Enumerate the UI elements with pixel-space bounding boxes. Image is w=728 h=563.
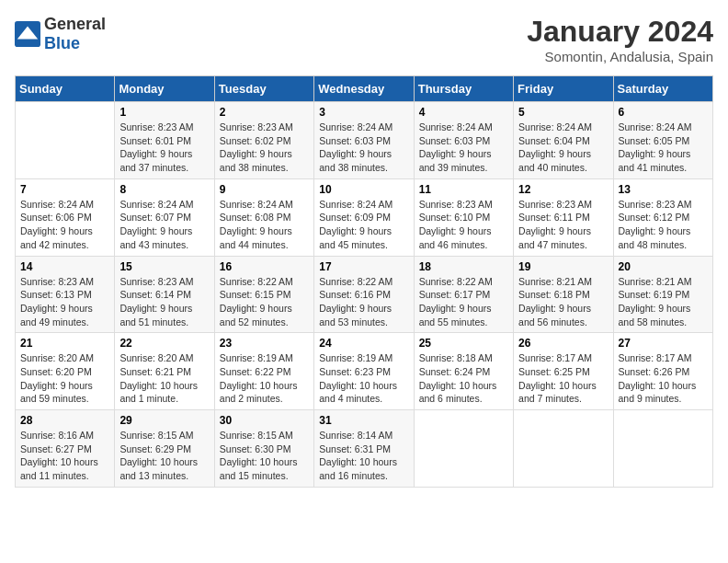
day-info: Sunrise: 8:23 AM Sunset: 6:14 PM Dayligh… <box>119 275 209 329</box>
calendar-cell: 13Sunrise: 8:23 AM Sunset: 6:12 PM Dayli… <box>613 178 712 256</box>
calendar-cell: 20Sunrise: 8:21 AM Sunset: 6:19 PM Dayli… <box>613 256 712 333</box>
day-number: 24 <box>319 337 408 350</box>
day-number: 29 <box>119 414 209 427</box>
day-number: 10 <box>319 183 408 196</box>
calendar-cell: 15Sunrise: 8:23 AM Sunset: 6:14 PM Dayli… <box>115 256 214 333</box>
calendar-cell: 24Sunrise: 8:19 AM Sunset: 6:23 PM Dayli… <box>314 333 414 410</box>
calendar-cell: 2Sunrise: 8:23 AM Sunset: 6:02 PM Daylig… <box>214 102 313 179</box>
calendar-cell: 6Sunrise: 8:24 AM Sunset: 6:05 PM Daylig… <box>613 102 712 179</box>
calendar-header-row: SundayMondayTuesdayWednesdayThursdayFrid… <box>16 76 713 102</box>
calendar-cell: 18Sunrise: 8:22 AM Sunset: 6:17 PM Dayli… <box>414 256 513 333</box>
calendar-week-3: 14Sunrise: 8:23 AM Sunset: 6:13 PM Dayli… <box>16 256 713 333</box>
header-day-sunday: Sunday <box>16 76 115 102</box>
day-number: 13 <box>619 183 708 196</box>
logo: General Blue <box>15 15 106 53</box>
calendar-cell: 25Sunrise: 8:18 AM Sunset: 6:24 PM Dayli… <box>414 333 513 410</box>
calendar-cell: 29Sunrise: 8:15 AM Sunset: 6:29 PM Dayli… <box>115 410 214 488</box>
day-number: 1 <box>119 106 209 119</box>
sub-title: Somontin, Andalusia, Spain <box>527 49 713 64</box>
calendar-cell: 30Sunrise: 8:15 AM Sunset: 6:30 PM Dayli… <box>214 410 313 488</box>
day-info: Sunrise: 8:21 AM Sunset: 6:18 PM Dayligh… <box>518 275 608 329</box>
calendar-week-5: 28Sunrise: 8:16 AM Sunset: 6:27 PM Dayli… <box>16 410 713 488</box>
day-number: 12 <box>518 183 608 196</box>
calendar-cell: 3Sunrise: 8:24 AM Sunset: 6:03 PM Daylig… <box>314 102 414 179</box>
calendar-cell <box>613 410 712 488</box>
day-info: Sunrise: 8:22 AM Sunset: 6:16 PM Dayligh… <box>319 275 408 329</box>
day-number: 4 <box>419 106 508 119</box>
calendar-cell: 28Sunrise: 8:16 AM Sunset: 6:27 PM Dayli… <box>16 410 115 488</box>
calendar-cell: 8Sunrise: 8:24 AM Sunset: 6:07 PM Daylig… <box>115 178 214 256</box>
calendar-cell <box>414 410 513 488</box>
day-number: 6 <box>619 106 708 119</box>
day-info: Sunrise: 8:24 AM Sunset: 6:04 PM Dayligh… <box>518 121 608 175</box>
day-number: 11 <box>419 183 508 196</box>
day-info: Sunrise: 8:23 AM Sunset: 6:13 PM Dayligh… <box>20 275 109 329</box>
day-info: Sunrise: 8:19 AM Sunset: 6:23 PM Dayligh… <box>319 351 408 406</box>
day-number: 19 <box>518 260 608 273</box>
calendar-cell: 21Sunrise: 8:20 AM Sunset: 6:20 PM Dayli… <box>16 333 115 410</box>
day-number: 26 <box>518 337 608 350</box>
day-number: 9 <box>220 183 309 196</box>
title-area: January 2024 Somontin, Andalusia, Spain <box>527 15 713 64</box>
day-number: 16 <box>220 260 309 273</box>
page-header: General Blue January 2024 Somontin, Anda… <box>15 15 713 64</box>
day-info: Sunrise: 8:21 AM Sunset: 6:19 PM Dayligh… <box>619 275 708 329</box>
day-info: Sunrise: 8:23 AM Sunset: 6:10 PM Dayligh… <box>419 198 508 252</box>
calendar-cell: 12Sunrise: 8:23 AM Sunset: 6:11 PM Dayli… <box>514 178 613 256</box>
day-info: Sunrise: 8:17 AM Sunset: 6:26 PM Dayligh… <box>619 351 708 406</box>
calendar-cell: 10Sunrise: 8:24 AM Sunset: 6:09 PM Dayli… <box>314 178 414 256</box>
day-info: Sunrise: 8:23 AM Sunset: 6:02 PM Dayligh… <box>220 121 309 175</box>
calendar-cell: 19Sunrise: 8:21 AM Sunset: 6:18 PM Dayli… <box>514 256 613 333</box>
day-info: Sunrise: 8:22 AM Sunset: 6:15 PM Dayligh… <box>220 275 309 329</box>
day-number: 15 <box>119 260 209 273</box>
logo-blue: Blue <box>44 34 80 52</box>
day-info: Sunrise: 8:22 AM Sunset: 6:17 PM Dayligh… <box>419 275 508 329</box>
calendar-cell: 5Sunrise: 8:24 AM Sunset: 6:04 PM Daylig… <box>514 102 613 179</box>
header-day-wednesday: Wednesday <box>314 76 414 102</box>
day-info: Sunrise: 8:23 AM Sunset: 6:01 PM Dayligh… <box>119 121 209 175</box>
calendar-cell: 31Sunrise: 8:14 AM Sunset: 6:31 PM Dayli… <box>314 410 414 488</box>
day-number: 31 <box>319 414 408 427</box>
day-info: Sunrise: 8:24 AM Sunset: 6:08 PM Dayligh… <box>220 198 309 252</box>
day-info: Sunrise: 8:23 AM Sunset: 6:12 PM Dayligh… <box>619 198 708 252</box>
header-day-friday: Friday <box>514 76 613 102</box>
day-info: Sunrise: 8:16 AM Sunset: 6:27 PM Dayligh… <box>20 429 109 483</box>
logo-icon <box>15 21 40 47</box>
day-info: Sunrise: 8:24 AM Sunset: 6:09 PM Dayligh… <box>319 198 408 252</box>
calendar-week-4: 21Sunrise: 8:20 AM Sunset: 6:20 PM Dayli… <box>16 333 713 410</box>
header-day-saturday: Saturday <box>613 76 712 102</box>
calendar-cell: 26Sunrise: 8:17 AM Sunset: 6:25 PM Dayli… <box>514 333 613 410</box>
calendar-body: 1Sunrise: 8:23 AM Sunset: 6:01 PM Daylig… <box>16 102 713 488</box>
main-title: January 2024 <box>527 15 713 49</box>
day-number: 2 <box>220 106 309 119</box>
calendar-cell: 11Sunrise: 8:23 AM Sunset: 6:10 PM Dayli… <box>414 178 513 256</box>
day-number: 8 <box>119 183 209 196</box>
day-info: Sunrise: 8:15 AM Sunset: 6:30 PM Dayligh… <box>220 429 309 483</box>
calendar-cell: 27Sunrise: 8:17 AM Sunset: 6:26 PM Dayli… <box>613 333 712 410</box>
day-info: Sunrise: 8:24 AM Sunset: 6:07 PM Dayligh… <box>119 198 209 252</box>
calendar-cell: 4Sunrise: 8:24 AM Sunset: 6:03 PM Daylig… <box>414 102 513 179</box>
calendar-cell: 23Sunrise: 8:19 AM Sunset: 6:22 PM Dayli… <box>214 333 313 410</box>
calendar-week-2: 7Sunrise: 8:24 AM Sunset: 6:06 PM Daylig… <box>16 178 713 256</box>
day-info: Sunrise: 8:23 AM Sunset: 6:11 PM Dayligh… <box>518 198 608 252</box>
calendar-cell <box>514 410 613 488</box>
calendar-cell: 7Sunrise: 8:24 AM Sunset: 6:06 PM Daylig… <box>16 178 115 256</box>
day-number: 3 <box>319 106 408 119</box>
day-info: Sunrise: 8:15 AM Sunset: 6:29 PM Dayligh… <box>119 429 209 483</box>
calendar-cell: 22Sunrise: 8:20 AM Sunset: 6:21 PM Dayli… <box>115 333 214 410</box>
calendar-cell: 16Sunrise: 8:22 AM Sunset: 6:15 PM Dayli… <box>214 256 313 333</box>
day-number: 27 <box>619 337 708 350</box>
day-info: Sunrise: 8:17 AM Sunset: 6:25 PM Dayligh… <box>518 351 608 406</box>
day-info: Sunrise: 8:14 AM Sunset: 6:31 PM Dayligh… <box>319 429 408 483</box>
calendar-cell <box>16 102 115 179</box>
day-info: Sunrise: 8:20 AM Sunset: 6:21 PM Dayligh… <box>119 351 209 406</box>
calendar-table: SundayMondayTuesdayWednesdayThursdayFrid… <box>15 75 713 488</box>
calendar-cell: 14Sunrise: 8:23 AM Sunset: 6:13 PM Dayli… <box>16 256 115 333</box>
day-info: Sunrise: 8:24 AM Sunset: 6:03 PM Dayligh… <box>319 121 408 175</box>
day-number: 5 <box>518 106 608 119</box>
day-number: 28 <box>20 414 109 427</box>
logo-general: General <box>44 15 106 33</box>
calendar-cell: 17Sunrise: 8:22 AM Sunset: 6:16 PM Dayli… <box>314 256 414 333</box>
day-number: 25 <box>419 337 508 350</box>
calendar-week-1: 1Sunrise: 8:23 AM Sunset: 6:01 PM Daylig… <box>16 102 713 179</box>
